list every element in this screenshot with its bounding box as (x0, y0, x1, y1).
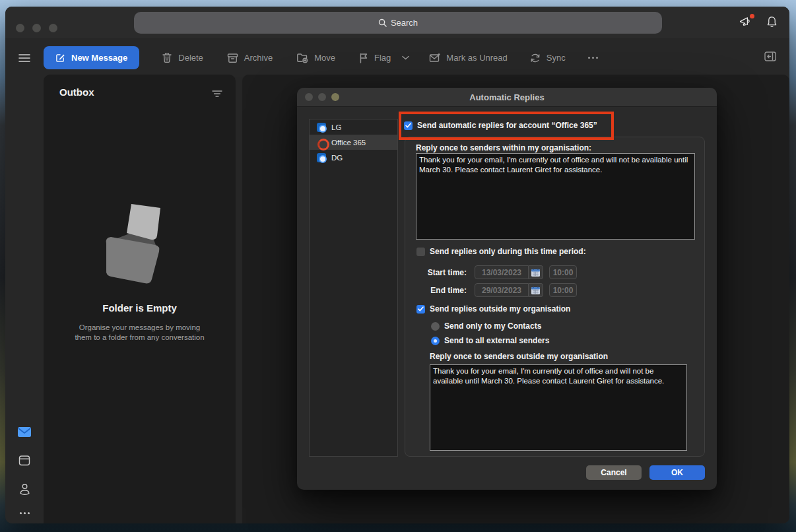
hamburger-menu-button[interactable] (5, 53, 44, 63)
end-time-label: End time: (405, 286, 471, 295)
start-date-picker-button[interactable] (529, 265, 543, 279)
notification-dot (750, 14, 754, 18)
empty-state-title: Folder is Empty (102, 302, 177, 314)
delete-button[interactable]: Delete (162, 52, 203, 63)
time-period-checkbox[interactable] (416, 248, 425, 256)
dialog-titlebar: Automatic Replies (297, 88, 717, 107)
zoom-button[interactable] (49, 24, 57, 32)
sync-button[interactable]: Sync (530, 53, 566, 63)
notifications-button[interactable] (766, 16, 778, 31)
end-date-picker-button[interactable] (529, 283, 543, 297)
filter-button[interactable] (212, 88, 222, 100)
empty-state-text: Organise your messages by moving them to… (74, 323, 206, 343)
move-button[interactable]: Move (296, 53, 335, 63)
ok-button[interactable]: OK (649, 465, 705, 480)
calendar-icon (18, 455, 30, 466)
start-time-field[interactable]: 10:00 (549, 265, 577, 279)
end-date-field[interactable]: 29/03/2023 (475, 283, 529, 297)
flag-icon (359, 53, 368, 63)
toolbar: New Message Delete Archive Move Flag Mar… (5, 38, 789, 77)
calendar-picker-icon (531, 268, 541, 277)
dialog-zoom-button[interactable] (331, 93, 339, 101)
announcements-button[interactable] (739, 16, 753, 31)
start-time-row: Start time: 13/03/2023 10:00 (405, 265, 577, 279)
dialog-minimize-button[interactable] (318, 93, 326, 101)
search-placeholder: Search (391, 18, 418, 28)
start-date-field[interactable]: 13/03/2023 (475, 265, 529, 279)
end-time-field[interactable]: 10:00 (549, 283, 577, 297)
app-rail (5, 77, 44, 523)
account-name: DG (331, 154, 343, 162)
dialog-title: Automatic Replies (469, 92, 544, 102)
outside-org-row: Send replies outside my organisation (416, 304, 570, 314)
chevron-down-icon[interactable] (402, 55, 409, 60)
window-controls[interactable] (16, 24, 57, 32)
check-icon (418, 306, 424, 312)
inside-org-message-textarea[interactable]: Thank you for your email, I'm currently … (416, 153, 695, 240)
more-toolbar-button[interactable] (588, 57, 598, 59)
calendar-picker-icon (531, 286, 541, 295)
dialog-window-controls[interactable] (305, 93, 339, 101)
contacts-only-row: Send only to my Contacts (431, 321, 541, 331)
archive-icon (227, 53, 238, 63)
new-message-button[interactable]: New Message (44, 46, 139, 69)
mail-module-button[interactable] (17, 426, 32, 440)
enable-replies-label: Send automatic replies for account “Offi… (417, 121, 597, 130)
move-label: Move (314, 53, 335, 63)
account-name: Office 365 (331, 139, 366, 147)
sync-label: Sync (547, 53, 566, 63)
account-list: LG Office 365 DG (309, 119, 398, 457)
people-module-button[interactable] (19, 483, 30, 498)
search-input[interactable]: Search (134, 12, 662, 34)
contacts-only-label: Send only to my Contacts (444, 321, 541, 331)
more-modules-button[interactable] (20, 512, 30, 514)
cancel-button[interactable]: Cancel (586, 465, 642, 480)
all-external-radio[interactable] (431, 337, 440, 345)
person-icon (19, 483, 30, 495)
move-folder-icon (296, 53, 308, 63)
account-row-dg[interactable]: DG (310, 150, 397, 165)
check-icon (405, 123, 411, 128)
account-row-lg[interactable]: LG (310, 119, 397, 135)
mark-as-unread-label: Mark as Unread (446, 53, 507, 63)
hamburger-icon (18, 53, 30, 63)
compose-icon (55, 53, 65, 63)
outside-org-label: Reply once to senders outside my organis… (430, 352, 608, 361)
time-period-label: Send replies only during this time perio… (430, 247, 586, 256)
inside-org-label: Reply once to senders within my organisa… (416, 143, 591, 152)
search-icon (378, 18, 387, 27)
outside-org-toggle-label: Send replies outside my organisation (430, 304, 570, 314)
outside-org-message-textarea[interactable]: Thank you for your email, I'm currently … (430, 364, 687, 451)
panel-toggle-icon (764, 51, 776, 61)
minimize-button[interactable] (32, 24, 41, 32)
outlook-account-icon (317, 123, 326, 132)
filter-icon (212, 90, 222, 97)
archive-button[interactable]: Archive (227, 53, 273, 63)
calendar-module-button[interactable] (18, 455, 30, 469)
bell-icon (766, 16, 778, 28)
close-button[interactable] (16, 24, 24, 32)
end-time-row: End time: 29/03/2023 10:00 (405, 283, 577, 297)
time-period-row: Send replies only during this time perio… (416, 247, 586, 256)
reading-pane-toggle-button[interactable] (764, 51, 776, 64)
enable-replies-checkbox[interactable] (404, 121, 413, 130)
contacts-only-radio[interactable] (431, 322, 440, 331)
flag-button[interactable]: Flag (359, 53, 409, 63)
folder-title: Outbox (59, 86, 94, 98)
mark-as-unread-button[interactable]: Mark as Unread (429, 53, 507, 63)
outlook-account-icon (317, 153, 326, 162)
account-row-office365[interactable]: Office 365 (310, 135, 397, 150)
automatic-replies-dialog: Automatic Replies LG Office 365 DG Send … (297, 88, 717, 490)
all-external-label: Send to all external senders (444, 336, 549, 345)
folder-list-panel: Outbox Folder is Empty Organise your mes… (44, 75, 236, 523)
dialog-close-button[interactable] (305, 93, 313, 101)
trash-icon (162, 52, 172, 63)
mail-icon (17, 426, 32, 438)
sync-icon (530, 53, 541, 63)
enable-replies-row: Send automatic replies for account “Offi… (404, 121, 597, 130)
outside-org-checkbox[interactable] (416, 305, 425, 314)
delete-label: Delete (178, 53, 203, 63)
unread-envelope-icon (429, 53, 440, 63)
reply-settings-panel: Reply once to senders within my organisa… (405, 137, 705, 457)
flag-label: Flag (374, 53, 391, 63)
